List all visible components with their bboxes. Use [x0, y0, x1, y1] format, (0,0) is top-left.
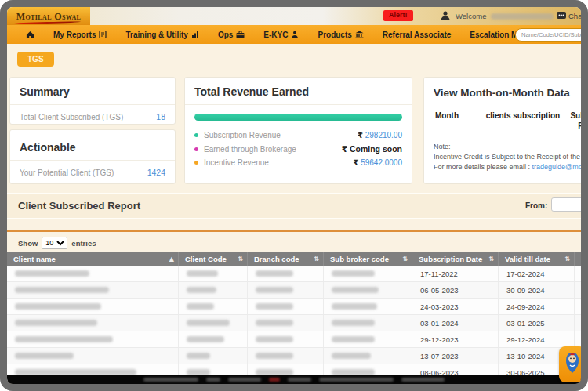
page-size-control: Show 10 entries — [18, 237, 96, 249]
support-email-link[interactable]: tradeguide@motila — [532, 163, 588, 171]
sort-both-icon[interactable]: ⇅ — [402, 255, 408, 262]
table-cell — [247, 348, 323, 364]
redacted-client-name — [15, 353, 74, 359]
summary-row-label: Total Client Subscribed (TGS) — [20, 113, 123, 121]
column-label: Sub broker code — [330, 255, 389, 263]
nav-item-ops[interactable]: Ops — [209, 25, 254, 44]
teal-bullet-icon — [194, 133, 198, 137]
nav-item-my-reports[interactable]: My Reports — [44, 25, 116, 44]
table-cell — [323, 348, 412, 364]
clipped-cell — [574, 315, 588, 331]
top-header-bar: Motilal Oswal Alert! Welcome Chat — [7, 7, 581, 25]
brokerage-revenue-value: Coming soon — [350, 144, 402, 154]
mom-col-clients-subscription: clients subscription — [485, 111, 561, 131]
table-cell — [323, 266, 412, 281]
subscription-date-cell: 17-11-2022 — [412, 266, 498, 281]
incentive-revenue-value[interactable]: 59642.0000 — [361, 158, 402, 167]
orange-bullet-icon — [194, 161, 198, 165]
nav-item-referral-associate[interactable]: Referral Associate — [373, 25, 460, 44]
nav-label: Products — [318, 31, 351, 39]
orange-divider-rule — [7, 230, 581, 232]
user-icon — [439, 9, 452, 25]
show-label: Show — [18, 239, 38, 248]
summary-card: Summary Total Client Subscribed (TGS) 18 — [9, 77, 176, 125]
chatbot-button[interactable] — [559, 346, 586, 382]
report-section-title: Client Subscribed Report — [18, 200, 140, 212]
footer-blurred-text — [206, 378, 220, 382]
redacted-client-code — [187, 353, 210, 359]
month-on-month-card: View Month-on-Month Data Month clients s… — [423, 77, 588, 184]
valid-till-date-cell: 29-12-2024 — [498, 331, 574, 347]
subscription-date-cell: 13-07-2023 — [412, 348, 498, 364]
from-label: From: — [525, 201, 547, 210]
note-line-1: Incentive Credit is Subject to the Recei… — [434, 152, 588, 162]
redacted-client-name — [15, 336, 113, 342]
chat-icon[interactable] — [556, 10, 567, 24]
sort-both-icon[interactable]: ⇅ — [238, 255, 243, 262]
valid-till-date-cell: 17-02-2024 — [498, 266, 574, 281]
nav-item-products[interactable]: Products — [308, 25, 372, 44]
redacted-client-name — [15, 320, 97, 326]
global-search-input[interactable] — [515, 28, 588, 42]
bank-icon — [355, 31, 364, 38]
redacted-username — [491, 13, 554, 20]
redacted-branch-code — [256, 336, 293, 342]
column-header-valid-till-date[interactable]: Valid till date⇅ — [498, 252, 574, 266]
subscription-date-cell: 03-01-2024 — [412, 315, 498, 331]
nav-item-e-kyc[interactable]: E-KYC — [254, 25, 308, 44]
table-cell — [7, 299, 178, 314]
sort-both-icon[interactable]: ⇅ — [488, 255, 494, 262]
table-cell — [178, 299, 247, 314]
nav-item-training-utility[interactable]: Training & Utility — [116, 25, 208, 44]
revenue-row-label: Earned through Brokerage — [204, 145, 296, 154]
table-cell — [178, 331, 247, 347]
revenue-row-label: Incentive Revenue — [204, 158, 269, 167]
nav-item-home[interactable] — [16, 25, 44, 44]
footer-blurred-text — [143, 378, 198, 382]
table-cell — [323, 315, 412, 331]
summary-card-title: Summary — [10, 78, 175, 104]
table-cell — [7, 348, 178, 364]
revenue-row-subscription: Subscription Revenue ₹ 298210.00 — [185, 129, 412, 142]
redacted-branch-code — [256, 287, 293, 293]
column-header-branch-code[interactable]: Branch code⇅ — [247, 252, 323, 266]
table-row: 24-03-202324-09-2024 — [7, 299, 588, 315]
bar-chart-icon — [191, 31, 199, 38]
table-cell — [7, 315, 178, 331]
rupee-icon: ₹ — [358, 131, 363, 139]
table-cell — [178, 282, 247, 298]
rupee-icon: ₹ — [342, 144, 347, 154]
total-client-subscribed-value[interactable]: 18 — [156, 112, 165, 121]
sort-both-icon[interactable]: ⇅ — [314, 255, 319, 262]
subscription-date-cell: 24-03-2023 — [412, 299, 498, 314]
entries-label: entries — [71, 239, 96, 248]
subscription-revenue-value[interactable]: 298210.00 — [365, 131, 402, 139]
revenue-card-title: Total Revenue Earned — [185, 78, 412, 104]
column-header-client-name[interactable]: Client name▲ — [7, 252, 178, 266]
redacted-client-name — [15, 287, 109, 293]
tab-tgs[interactable]: TGS — [17, 52, 54, 67]
redacted-branch-code — [256, 353, 293, 359]
footer-blurred-text — [319, 378, 394, 382]
brand-logo-text: Motilal Oswal — [16, 12, 82, 21]
table-row: 13-07-202313-10-2024 — [7, 348, 588, 364]
sort-asc-icon[interactable]: ▲ — [169, 255, 174, 262]
column-header-clipped[interactable]: P — [574, 252, 588, 266]
column-header-sub-broker-code[interactable]: Sub broker code⇅ — [323, 252, 412, 266]
table-cell — [178, 348, 247, 364]
from-date-input[interactable] — [551, 197, 588, 212]
alert-badge[interactable]: Alert! — [383, 10, 413, 21]
table-cell — [323, 282, 412, 298]
chat-label[interactable]: Chat — [568, 12, 584, 20]
report-section-bar: Client Subscribed Report From: — [7, 193, 581, 219]
table-row: 17-11-202217-02-2024 — [7, 266, 588, 282]
actionable-row-label: Your Potential Client (TGS) — [20, 168, 114, 177]
page-size-select[interactable]: 10 — [42, 237, 67, 249]
column-header-subscription-date[interactable]: Subscription Date⇅ — [412, 252, 498, 266]
brand-logo[interactable]: Motilal Oswal — [7, 7, 90, 25]
home-icon — [26, 31, 34, 39]
potential-client-value[interactable]: 1424 — [147, 168, 165, 177]
sort-both-icon[interactable]: ⇅ — [564, 255, 570, 262]
column-header-client-code[interactable]: Client Code⇅ — [178, 252, 247, 266]
mom-col-subscription-revenue: Subscription Revenue — [561, 111, 588, 131]
